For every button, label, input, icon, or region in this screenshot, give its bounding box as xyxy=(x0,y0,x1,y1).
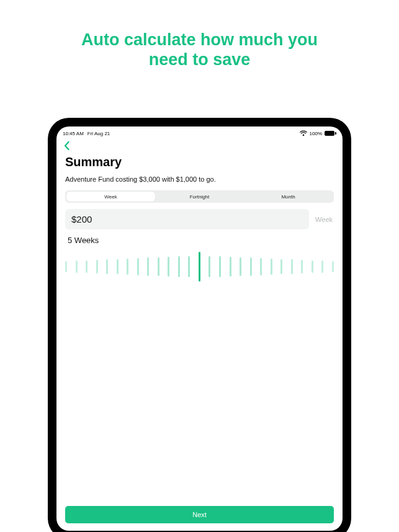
svg-point-0 xyxy=(303,134,304,135)
wifi-icon xyxy=(300,130,307,137)
navbar xyxy=(56,139,343,153)
slider-tick xyxy=(106,259,108,274)
segment-month[interactable]: Month xyxy=(244,192,333,202)
slider-tick-center xyxy=(199,252,200,282)
slider-tick xyxy=(260,258,262,275)
slider-tick xyxy=(147,257,149,275)
slider-tick xyxy=(178,256,180,277)
slider-tick xyxy=(188,256,190,278)
status-time: 10:45 AM xyxy=(63,131,84,136)
status-date: Fri Aug 21 xyxy=(87,131,110,136)
slider-tick xyxy=(301,260,303,273)
slider-tick xyxy=(86,260,87,273)
slider-tick xyxy=(250,257,252,275)
slider-tick xyxy=(117,259,119,275)
status-battery-pct: 100% xyxy=(310,131,322,136)
segment-fortnight[interactable]: Fortnight xyxy=(155,192,244,202)
amount-field[interactable]: $200 xyxy=(65,209,309,229)
statusbar: 10:45 AM Fri Aug 21 100% xyxy=(56,128,343,139)
slider-tick xyxy=(332,261,334,272)
battery-icon xyxy=(325,131,336,136)
slider-tick xyxy=(230,257,231,277)
slider-tick xyxy=(168,257,169,277)
slider-tick xyxy=(127,259,128,275)
content-area: Summary Adventure Fund costing $3,000 wi… xyxy=(56,153,343,500)
marketing-headline: Auto calculate how much you need to save xyxy=(0,30,399,70)
slider-tick xyxy=(65,261,67,272)
period-segmented-control[interactable]: Week Fortnight Month xyxy=(65,190,334,203)
slider-tick xyxy=(219,256,221,277)
segment-week[interactable]: Week xyxy=(66,192,155,202)
slider-tick xyxy=(158,257,159,276)
slider-tick xyxy=(240,257,241,276)
amount-unit-label: Week xyxy=(315,209,334,229)
device-frame: 10:45 AM Fri Aug 21 100% xyxy=(48,118,351,532)
next-button[interactable]: Next xyxy=(65,506,334,523)
slider-tick xyxy=(208,256,210,278)
app-screen: 10:45 AM Fri Aug 21 100% xyxy=(56,126,343,531)
slider-tick xyxy=(76,260,78,272)
slider-tick xyxy=(321,260,323,272)
slider-tick xyxy=(291,259,293,274)
slider-tick xyxy=(137,258,139,275)
duration-label: 5 Weeks xyxy=(65,236,334,245)
slider-tick xyxy=(312,260,313,273)
slider-tick xyxy=(271,259,272,275)
duration-slider[interactable] xyxy=(65,251,334,282)
bottom-bar: Next xyxy=(56,500,343,531)
summary-subtitle: Adventure Fund costing $3,000 with $1,00… xyxy=(65,175,334,183)
slider-tick xyxy=(96,260,98,273)
page-title: Summary xyxy=(65,155,334,169)
slider-tick xyxy=(280,259,282,275)
back-button[interactable] xyxy=(61,140,73,151)
